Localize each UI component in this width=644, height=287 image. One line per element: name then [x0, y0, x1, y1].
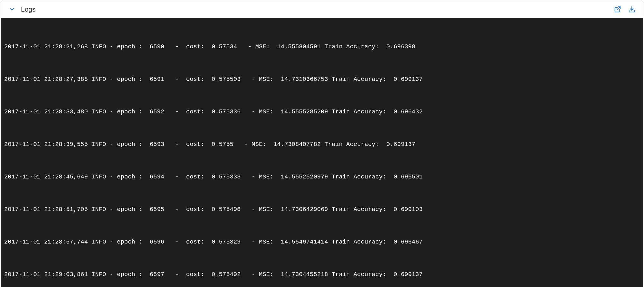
- log-line: 2017-11-01 21:28:45,649 INFO - epoch : 6…: [4, 172, 640, 183]
- log-line: 2017-11-01 21:28:21,268 INFO - epoch : 6…: [4, 42, 640, 53]
- log-viewer[interactable]: 2017-11-01 21:28:21,268 INFO - epoch : 6…: [1, 18, 643, 287]
- log-line: 2017-11-01 21:28:33,480 INFO - epoch : 6…: [4, 107, 640, 118]
- logs-panel-header: Logs: [1, 1, 643, 18]
- log-line: 2017-11-01 21:28:57,744 INFO - epoch : 6…: [4, 237, 640, 248]
- chevron-down-icon: [9, 6, 15, 13]
- logs-panel: Logs 2017-11-01 21:28:21,268 INFO - epoc…: [1, 1, 643, 287]
- log-line: 2017-11-01 21:29:03,861 INFO - epoch : 6…: [4, 269, 640, 280]
- download-button[interactable]: [628, 6, 635, 13]
- panel-header-left: Logs: [9, 5, 36, 13]
- log-line: 2017-11-01 21:28:51,705 INFO - epoch : 6…: [4, 204, 640, 215]
- open-external-button[interactable]: [614, 6, 621, 13]
- download-icon: [628, 6, 635, 13]
- panel-title: Logs: [21, 5, 36, 13]
- log-line: 2017-11-01 21:28:27,388 INFO - epoch : 6…: [4, 74, 640, 85]
- log-line: 2017-11-01 21:28:39,555 INFO - epoch : 6…: [4, 139, 640, 150]
- collapse-toggle[interactable]: [9, 6, 15, 13]
- panel-header-right: [614, 6, 635, 13]
- external-link-icon: [614, 6, 621, 13]
- svg-line-0: [617, 7, 620, 10]
